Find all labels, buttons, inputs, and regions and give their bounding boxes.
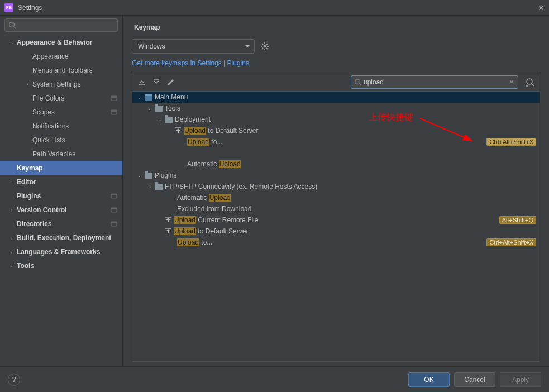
sidebar-item-label: Scopes: [32, 108, 110, 116]
action-row[interactable]: ⌄FTP/SFTP Connectivity (ex. Remote Hosts…: [132, 181, 540, 192]
clear-icon[interactable]: ✕: [509, 78, 514, 86]
action-row[interactable]: Automatic Upload: [132, 192, 540, 203]
folder-icon: [155, 106, 163, 112]
shortcut-badge: Ctrl+Alt+Shift+X: [486, 238, 536, 246]
upload-icon: [175, 127, 182, 134]
action-row[interactable]: Automatic Upload: [132, 159, 540, 170]
link-settings[interactable]: Get more keymaps in Settings: [132, 59, 222, 67]
action-row[interactable]: Excluded from Download: [132, 203, 540, 214]
sidebar: ⌄Appearance & BehaviorAppearanceMenus an…: [0, 16, 123, 366]
keymap-scheme-dropdown[interactable]: Windows: [132, 39, 255, 54]
upload-icon: [165, 228, 171, 235]
settings-tree: ⌄Appearance & BehaviorAppearanceMenus an…: [0, 35, 122, 273]
sidebar-item[interactable]: ›System Settings: [0, 77, 122, 91]
sidebar-item[interactable]: Quick Lists: [0, 133, 122, 147]
link-plugins[interactable]: Plugins: [227, 59, 249, 67]
main-panel: Keymap Windows Get more keymaps in Setti…: [123, 16, 549, 366]
action-row[interactable]: Upload Current Remote FileAlt+Shift+Q: [132, 214, 540, 226]
sidebar-item[interactable]: ›Build, Execution, Deployment: [0, 231, 122, 245]
sidebar-item-label: Editor: [17, 178, 118, 186]
action-label: Upload Current Remote File: [174, 216, 499, 224]
sidebar-item[interactable]: ›Languages & Frameworks: [0, 245, 122, 259]
edit-icon[interactable]: [165, 76, 177, 88]
sidebar-item[interactable]: ›Version Control: [0, 203, 122, 217]
action-row[interactable]: ⌄Main Menu: [132, 92, 540, 103]
close-icon[interactable]: ✕: [538, 3, 545, 12]
sidebar-item-label: Appearance: [32, 52, 118, 60]
action-row[interactable]: ⌄Plugins: [132, 170, 540, 181]
gear-icon[interactable]: [260, 42, 269, 51]
svg-line-18: [266, 48, 268, 49]
action-row[interactable]: Upload to...Ctrl+Alt+Shift+X: [132, 237, 540, 248]
search-value: upload: [364, 78, 384, 86]
dialog-footer: ? OK Cancel Apply: [0, 366, 549, 392]
sidebar-item[interactable]: Path Variables: [0, 147, 122, 161]
action-row[interactable]: [132, 147, 540, 159]
apply-button[interactable]: Apply: [500, 372, 541, 387]
svg-point-12: [264, 45, 266, 47]
sidebar-item-label: Notifications: [32, 122, 118, 130]
sidebar-search-input[interactable]: [4, 18, 118, 32]
action-label: Main Menu: [155, 93, 536, 101]
shortcut-badge: Alt+Shift+Q: [499, 216, 536, 224]
action-label: Tools: [165, 104, 536, 112]
action-label: Automatic Upload: [187, 160, 536, 168]
page-title: Keymap: [134, 23, 540, 31]
folder-icon: [165, 117, 173, 123]
expand-all-icon[interactable]: [136, 76, 148, 88]
titlebar: PS Settings ✕: [0, 0, 549, 16]
sidebar-item[interactable]: Keymap: [0, 161, 122, 175]
sidebar-item-label: Path Variables: [32, 150, 118, 158]
sidebar-item[interactable]: File Colors: [0, 91, 122, 105]
keymap-search-input[interactable]: upload ✕: [351, 75, 518, 89]
action-label: FTP/SFTP Connectivity (ex. Remote Hosts …: [165, 183, 536, 190]
shortcut-badge: Ctrl+Alt+Shift+X: [486, 138, 536, 146]
sidebar-item[interactable]: Appearance: [0, 49, 122, 63]
cancel-button[interactable]: Cancel: [454, 372, 495, 387]
svg-rect-3: [111, 96, 117, 98]
search-icon: [8, 21, 16, 29]
sidebar-item-label: Plugins: [17, 192, 110, 200]
sidebar-item[interactable]: Notifications: [0, 119, 122, 133]
svg-line-19: [266, 44, 268, 45]
action-row[interactable]: ⌄Tools: [132, 103, 540, 114]
sidebar-item-label: Build, Execution, Deployment: [17, 234, 118, 242]
keymap-actions-tree[interactable]: ⌄Main Menu⌄Tools⌄DeploymentUpload to Def…: [132, 91, 540, 362]
action-label: Upload to Default Server: [174, 227, 536, 235]
svg-point-0: [9, 22, 15, 27]
action-row[interactable]: Upload to Default Server: [132, 125, 540, 136]
help-button[interactable]: ?: [8, 374, 20, 386]
sidebar-item[interactable]: Scopes: [0, 105, 122, 119]
sidebar-item[interactable]: ⌄Appearance & Behavior: [0, 35, 122, 49]
search-icon: [354, 78, 362, 86]
project-icon: [110, 94, 118, 102]
sidebar-item[interactable]: ›Tools: [0, 259, 122, 273]
action-row[interactable]: Upload to Default Server: [132, 226, 540, 237]
action-row[interactable]: ⌄Deployment: [132, 114, 540, 125]
sidebar-item-label: System Settings: [32, 80, 118, 88]
action-label: Plugins: [155, 171, 536, 179]
sidebar-item[interactable]: Directories: [0, 217, 122, 231]
svg-rect-5: [111, 110, 117, 112]
sidebar-item[interactable]: Plugins: [0, 189, 122, 203]
get-keymaps-link: Get more keymaps in Settings | Plugins: [132, 59, 540, 67]
find-by-shortcut-icon[interactable]: [524, 76, 536, 88]
sidebar-item-label: Version Control: [17, 206, 110, 214]
svg-rect-9: [111, 208, 117, 209]
sidebar-item[interactable]: ›Editor: [0, 175, 122, 189]
sidebar-item-label: Menus and Toolbars: [32, 66, 118, 74]
svg-line-26: [532, 84, 534, 86]
svg-rect-11: [111, 222, 117, 223]
svg-line-1: [14, 27, 16, 29]
action-row[interactable]: Upload to...Ctrl+Alt+Shift+X: [132, 136, 540, 147]
sidebar-item[interactable]: Menus and Toolbars: [0, 63, 122, 77]
action-label: Excluded from Download: [177, 205, 536, 213]
sidebar-item-label: Tools: [17, 262, 118, 270]
dropdown-value: Windows: [138, 42, 165, 50]
sidebar-item-label: Appearance & Behavior: [17, 39, 118, 46]
window-title: Settings: [18, 4, 538, 12]
action-label: Upload to...: [187, 138, 486, 146]
ok-button[interactable]: OK: [408, 372, 450, 387]
collapse-all-icon[interactable]: [150, 76, 163, 88]
project-icon: [110, 220, 118, 228]
